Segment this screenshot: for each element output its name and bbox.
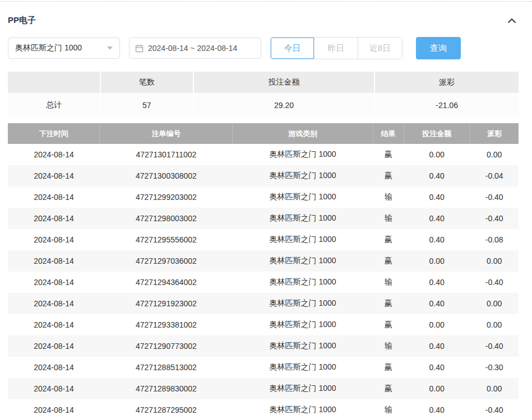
game-type-cell: 奥林匹斯之门 1000 (233, 293, 373, 314)
header-bet-time: 下注时间 (8, 123, 100, 144)
bet-time-cell: 2024-08-14 (8, 335, 100, 357)
result-cell: 赢 (373, 378, 404, 399)
collapse-button[interactable] (506, 17, 517, 25)
payout-cell: -0.40 (470, 272, 519, 293)
result-cell: 输 (373, 272, 404, 293)
table-row: 2024-08-14 47271287295002 奥林匹斯之门 1000 输 … (8, 399, 519, 420)
payout-cell: -0.30 (470, 357, 519, 378)
yesterday-button[interactable]: 昨日 (314, 38, 358, 59)
game-type-cell: 奥林匹斯之门 1000 (233, 165, 373, 186)
bet-amount-cell: 0.40 (404, 272, 470, 293)
bet-time-cell: 2024-08-14 (8, 357, 100, 378)
payout-cell: -0.04 (470, 165, 519, 186)
bet-time-cell: 2024-08-14 (8, 314, 100, 335)
last-8-days-button[interactable]: 近8日 (358, 38, 402, 59)
game-type-cell: 奥林匹斯之门 1000 (233, 186, 373, 208)
game-type-cell: 奥林匹斯之门 1000 (233, 335, 373, 357)
game-select[interactable]: 奥林匹斯之门 1000 (8, 38, 120, 59)
summary-header-count: 笔数 (100, 72, 193, 93)
bet-amount-cell: 0.00 (404, 250, 470, 272)
payout-cell: 0.00 (470, 378, 519, 399)
result-cell: 输 (373, 186, 404, 208)
bet-time-cell: 2024-08-14 (8, 399, 100, 420)
bet-time-cell: 2024-08-14 (8, 293, 100, 314)
calendar-icon (135, 44, 144, 53)
order-id-cell: 47271289830002 (100, 378, 233, 399)
game-type-cell: 奥林匹斯之门 1000 (233, 272, 373, 293)
result-cell: 赢 (373, 293, 404, 314)
table-row: 2024-08-14 47271288513002 奥林匹斯之门 1000 赢 … (8, 357, 519, 378)
bet-table-header-row: 下注时间 注单编号 游戏类别 结果 投注金额 派彩 (8, 123, 519, 144)
game-type-cell: 奥林匹斯之门 1000 (233, 399, 373, 420)
bet-time-cell: 2024-08-14 (8, 229, 100, 250)
table-row: 2024-08-14 47271290773002 奥林匹斯之门 1000 输 … (8, 335, 519, 357)
game-type-cell: 奥林匹斯之门 1000 (233, 378, 373, 399)
order-id-cell: 47271291923002 (100, 293, 233, 314)
table-row: 2024-08-14 47271291923002 奥林匹斯之门 1000 赢 … (8, 293, 519, 314)
order-id-cell: 47271290773002 (100, 335, 233, 357)
date-range-value: 2024-08-14 ~ 2024-08-14 (148, 44, 237, 53)
summary-total-count: 57 (100, 93, 193, 116)
table-row: 2024-08-14 47271299203002 奥林匹斯之门 1000 输 … (8, 186, 519, 208)
bet-amount-cell: 0.40 (404, 208, 470, 229)
date-range-picker[interactable]: 2024-08-14 ~ 2024-08-14 (129, 38, 261, 59)
order-id-cell: 47271294364002 (100, 272, 233, 293)
result-cell: 输 (373, 208, 404, 229)
page: PP电子 奥林匹斯之门 1000 2024-08-14 ~ 2024-08-14… (0, 2, 532, 420)
bet-time-cell: 2024-08-14 (8, 208, 100, 229)
order-id-cell: 47271299203002 (100, 186, 233, 208)
table-row: 2024-08-14 47271300308002 奥林匹斯之门 1000 赢 … (8, 165, 519, 186)
order-id-cell: 47271295556002 (100, 229, 233, 250)
result-cell: 赢 (373, 250, 404, 272)
table-row: 2024-08-14 47271297036002 奥林匹斯之门 1000 赢 … (8, 250, 519, 272)
quick-range-group: 今日 昨日 近8日 (270, 37, 403, 59)
summary-total-payout: -21.06 (374, 93, 519, 116)
bet-amount-cell: 0.40 (404, 165, 470, 186)
header-order-id: 注单编号 (100, 123, 233, 144)
order-id-cell: 47271298003002 (100, 208, 233, 229)
filter-controls: 奥林匹斯之门 1000 2024-08-14 ~ 2024-08-14 今日 昨… (8, 37, 519, 59)
result-cell: 输 (373, 399, 404, 420)
header-result: 结果 (373, 123, 404, 144)
game-type-cell: 奥林匹斯之门 1000 (233, 314, 373, 335)
table-row: 2024-08-14 47271301711002 奥林匹斯之门 1000 赢 … (8, 144, 519, 165)
order-id-cell: 47271288513002 (100, 357, 233, 378)
game-type-cell: 奥林匹斯之门 1000 (233, 250, 373, 272)
section-title: PP电子 (8, 15, 36, 26)
result-cell: 输 (373, 335, 404, 357)
payout-cell: 0.00 (470, 293, 519, 314)
summary-header-empty (8, 72, 100, 93)
bet-amount-cell: 0.40 (404, 229, 470, 250)
bet-amount-cell: 0.40 (404, 335, 470, 357)
summary-header-payout: 派彩 (374, 72, 519, 93)
payout-cell: 0.00 (470, 144, 519, 165)
order-id-cell: 47271301711002 (100, 144, 233, 165)
summary-header-bet-amount: 投注金额 (193, 72, 374, 93)
bet-amount-cell: 0.40 (404, 186, 470, 208)
query-button[interactable]: 查询 (416, 37, 461, 59)
table-row: 2024-08-14 47271295556002 奥林匹斯之门 1000 赢 … (8, 229, 519, 250)
table-row: 2024-08-14 47271298003002 奥林匹斯之门 1000 输 … (8, 208, 519, 229)
summary-total-bet-amount: 29.20 (193, 93, 374, 116)
header-bet-amount: 投注金额 (404, 123, 470, 144)
payout-cell: -0.40 (470, 335, 519, 357)
bet-table-body: 2024-08-14 47271301711002 奥林匹斯之门 1000 赢 … (8, 144, 519, 420)
game-type-cell: 奥林匹斯之门 1000 (233, 229, 373, 250)
bet-time-cell: 2024-08-14 (8, 186, 100, 208)
summary-table: 笔数 投注金额 派彩 总计 57 29.20 -21.06 (8, 72, 519, 116)
today-button[interactable]: 今日 (271, 38, 314, 59)
table-row: 2024-08-14 47271289830002 奥林匹斯之门 1000 赢 … (8, 378, 519, 399)
order-id-cell: 47271293381002 (100, 314, 233, 335)
summary-header-row: 笔数 投注金额 派彩 (8, 72, 519, 93)
order-id-cell: 47271300308002 (100, 165, 233, 186)
result-cell: 赢 (373, 229, 404, 250)
result-cell: 赢 (373, 165, 404, 186)
game-type-cell: 奥林匹斯之门 1000 (233, 208, 373, 229)
game-type-cell: 奥林匹斯之门 1000 (233, 357, 373, 378)
bet-amount-cell: 0.40 (404, 357, 470, 378)
summary-total-label: 总计 (8, 93, 100, 116)
bet-amount-cell: 0.40 (404, 293, 470, 314)
chevron-down-icon (107, 46, 113, 50)
bet-amount-cell: 0.00 (404, 314, 470, 335)
game-select-value: 奥林匹斯之门 1000 (15, 43, 82, 53)
